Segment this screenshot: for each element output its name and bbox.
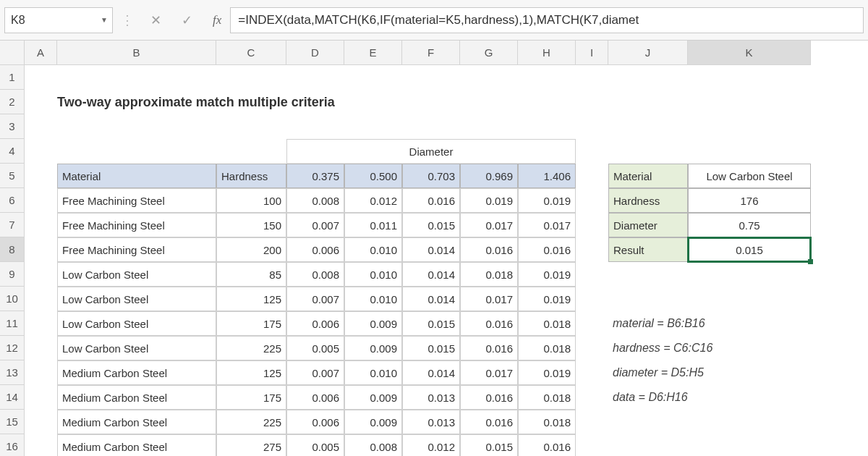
- cell-blank[interactable]: [25, 385, 57, 410]
- data-val[interactable]: 0.010: [344, 287, 402, 311]
- row-header-16[interactable]: 16: [0, 434, 25, 456]
- data-val[interactable]: 0.017: [518, 213, 576, 237]
- cell-blank[interactable]: [576, 410, 811, 434]
- data-val[interactable]: 0.012: [402, 434, 460, 456]
- data-val[interactable]: 0.019: [518, 188, 576, 213]
- cell-blank[interactable]: [25, 360, 57, 385]
- data-material[interactable]: Low Carbon Steel: [57, 287, 216, 311]
- data-material[interactable]: Medium Carbon Steel: [57, 434, 216, 456]
- cell-blank[interactable]: [25, 410, 57, 434]
- data-material[interactable]: Low Carbon Steel: [57, 311, 216, 336]
- data-val[interactable]: 0.015: [402, 336, 460, 360]
- cell-blank[interactable]: [25, 90, 57, 114]
- col-header-F[interactable]: F: [402, 41, 460, 65]
- lookup-hardness-label[interactable]: Hardness: [608, 188, 688, 213]
- data-val[interactable]: 0.006: [286, 410, 344, 434]
- formula-input[interactable]: =INDEX(data,MATCH(K6,IF(material=K5,hard…: [230, 7, 864, 33]
- col-header-G[interactable]: G: [460, 41, 518, 65]
- named-range-note[interactable]: hardness = C6:C16: [608, 336, 811, 360]
- cell-blank[interactable]: [576, 188, 608, 213]
- cell-blank[interactable]: [25, 336, 57, 360]
- data-val[interactable]: 0.016: [460, 237, 518, 262]
- lookup-result-value[interactable]: 0.015: [688, 237, 811, 262]
- diameter-header[interactable]: Diameter: [286, 139, 576, 164]
- row-header-11[interactable]: 11: [0, 311, 25, 336]
- cell-blank[interactable]: [576, 336, 608, 360]
- named-range-note[interactable]: material = B6:B16: [608, 311, 811, 336]
- data-hardness[interactable]: 125: [216, 360, 286, 385]
- cell-blank[interactable]: [688, 139, 811, 164]
- row-header-6[interactable]: 6: [0, 188, 25, 213]
- cell-blank[interactable]: [25, 262, 57, 287]
- data-hardness[interactable]: 175: [216, 311, 286, 336]
- cell-blank[interactable]: [25, 434, 57, 456]
- cell-blank[interactable]: [216, 139, 286, 164]
- diam-col-0[interactable]: 0.375: [286, 164, 344, 188]
- data-hardness[interactable]: 200: [216, 237, 286, 262]
- data-val[interactable]: 0.014: [402, 262, 460, 287]
- row-header-9[interactable]: 9: [0, 262, 25, 287]
- data-val[interactable]: 0.019: [460, 188, 518, 213]
- cell-blank[interactable]: [576, 164, 608, 188]
- data-material[interactable]: Medium Carbon Steel: [57, 360, 216, 385]
- data-val[interactable]: 0.008: [286, 262, 344, 287]
- select-all-corner[interactable]: [0, 41, 25, 65]
- data-val[interactable]: 0.008: [286, 188, 344, 213]
- data-val[interactable]: 0.019: [518, 262, 576, 287]
- lookup-result-label[interactable]: Result: [608, 237, 688, 262]
- col-header-H[interactable]: H: [518, 41, 576, 65]
- cell-blank[interactable]: [576, 360, 608, 385]
- data-val[interactable]: 0.012: [344, 188, 402, 213]
- data-material[interactable]: Free Machining Steel: [57, 213, 216, 237]
- data-hardness[interactable]: 100: [216, 188, 286, 213]
- data-val[interactable]: 0.016: [518, 237, 576, 262]
- data-val[interactable]: 0.018: [518, 336, 576, 360]
- data-hardness[interactable]: 85: [216, 262, 286, 287]
- data-val[interactable]: 0.016: [460, 336, 518, 360]
- data-hardness[interactable]: 225: [216, 410, 286, 434]
- lookup-diameter-label[interactable]: Diameter: [608, 213, 688, 237]
- page-title[interactable]: Two-way approximate match multiple crite…: [57, 90, 811, 114]
- cell-blank[interactable]: [25, 139, 57, 164]
- data-val[interactable]: 0.009: [344, 311, 402, 336]
- row-header-10[interactable]: 10: [0, 287, 25, 311]
- cell-blank[interactable]: [576, 311, 608, 336]
- data-val[interactable]: 0.013: [402, 385, 460, 410]
- row-header-13[interactable]: 13: [0, 360, 25, 385]
- row-header-1[interactable]: 1: [0, 65, 25, 90]
- cell-blank[interactable]: [576, 385, 608, 410]
- data-val[interactable]: 0.007: [286, 287, 344, 311]
- col-header-J[interactable]: J: [608, 41, 688, 65]
- diam-col-2[interactable]: 0.703: [402, 164, 460, 188]
- named-range-note[interactable]: diameter = D5:H5: [608, 360, 811, 385]
- cell-blank[interactable]: [25, 164, 57, 188]
- data-val[interactable]: 0.009: [344, 385, 402, 410]
- data-val[interactable]: 0.014: [402, 237, 460, 262]
- data-val[interactable]: 0.015: [402, 213, 460, 237]
- data-val[interactable]: 0.017: [460, 213, 518, 237]
- data-hardness[interactable]: 225: [216, 336, 286, 360]
- data-val[interactable]: 0.005: [286, 434, 344, 456]
- cell-blank[interactable]: [25, 311, 57, 336]
- data-material[interactable]: Medium Carbon Steel: [57, 385, 216, 410]
- data-hardness[interactable]: 150: [216, 213, 286, 237]
- row-header-2[interactable]: 2: [0, 90, 25, 114]
- data-val[interactable]: 0.011: [344, 213, 402, 237]
- data-val[interactable]: 0.010: [344, 360, 402, 385]
- data-val[interactable]: 0.019: [518, 360, 576, 385]
- row-header-4[interactable]: 4: [0, 139, 25, 164]
- data-material[interactable]: Low Carbon Steel: [57, 262, 216, 287]
- data-val[interactable]: 0.013: [402, 410, 460, 434]
- data-val[interactable]: 0.015: [460, 434, 518, 456]
- col-header-D[interactable]: D: [286, 41, 344, 65]
- col-header-E[interactable]: E: [344, 41, 402, 65]
- cell-blank[interactable]: [576, 213, 608, 237]
- row-header-8[interactable]: 8: [0, 237, 25, 262]
- data-val[interactable]: 0.018: [518, 410, 576, 434]
- data-val[interactable]: 0.005: [286, 336, 344, 360]
- data-val[interactable]: 0.016: [460, 410, 518, 434]
- data-val[interactable]: 0.009: [344, 336, 402, 360]
- data-material[interactable]: Low Carbon Steel: [57, 336, 216, 360]
- diam-col-4[interactable]: 1.406: [518, 164, 576, 188]
- data-material[interactable]: Free Machining Steel: [57, 237, 216, 262]
